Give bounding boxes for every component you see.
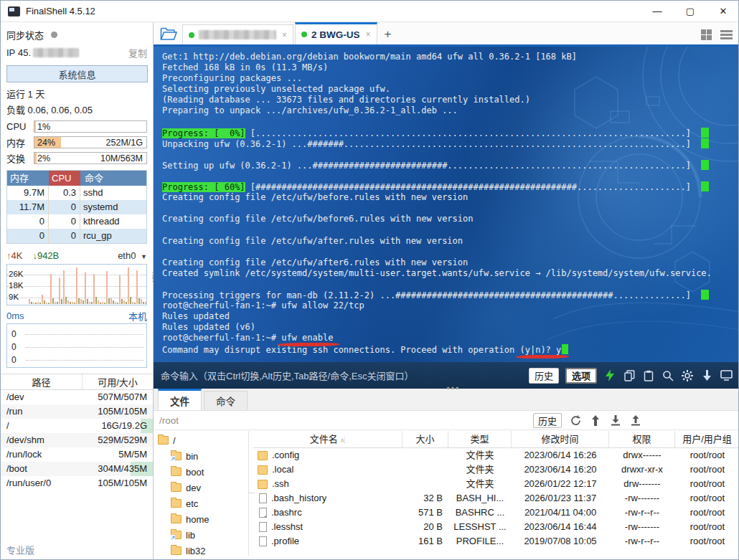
close-icon[interactable]: × — [366, 29, 371, 39]
tab-files[interactable]: 文件 — [158, 389, 202, 410]
mount-table-header[interactable]: 路径 可用/大小 — [1, 374, 153, 390]
copy-icon[interactable] — [623, 369, 636, 382]
session-tab-1[interactable]: × — [182, 24, 293, 44]
sort-asc-icon: ∧ — [340, 437, 346, 444]
file-table-header[interactable]: 文件名∧大小类型修改时间权限用户/用户组 — [253, 431, 739, 448]
file-row[interactable]: .bashrc571 BBASHRC ...2021/04/11 04:00-r… — [253, 506, 739, 520]
close-button[interactable]: ✕ — [707, 1, 739, 22]
file-type: BASHRC ... — [448, 506, 512, 520]
interface-selector[interactable]: eth0 ▼ — [118, 250, 147, 261]
terminal-text: Fetched 168 kB in 0s (11.3 MB/s) — [162, 62, 328, 72]
mount-row[interactable]: /dev/shm529M/529M — [1, 433, 153, 447]
download-bar — [74, 303, 75, 304]
process-row[interactable]: 9.7M0.3sshd — [7, 186, 146, 200]
terminal-text: Rules updated — [162, 311, 230, 321]
tab-commands[interactable]: 命令 — [204, 391, 248, 410]
options-button[interactable]: 选项 — [565, 368, 597, 384]
paste-icon[interactable] — [642, 369, 655, 382]
file-icon — [259, 493, 267, 503]
file-row[interactable]: .profile161 BPROFILE...2019/07/08 10:05-… — [253, 534, 739, 549]
file-row[interactable]: .lesshst20 BLESSHST ...2023/06/14 16:44-… — [253, 520, 739, 534]
file-mtime: 2023/06/14 16:26 — [512, 448, 609, 462]
tree-item-home[interactable]: home — [154, 511, 248, 527]
file-row[interactable]: .local文件夹2023/06/14 16:20drwxr-xr-xroot/… — [253, 462, 739, 477]
mount-path: / — [1, 419, 83, 433]
file-row[interactable]: .config文件夹2023/06/14 16:26drwx------root… — [253, 448, 739, 462]
sidebar-splitter[interactable]: ⋮⋮ — [149, 273, 156, 280]
layout-grid-icon[interactable] — [701, 29, 712, 40]
meter-detail: 10M/563M — [100, 153, 143, 164]
file-row[interactable]: .ssh文件夹2026/01/22 12:17drw-------root/ro… — [253, 477, 739, 491]
terminal-text: Rules updated (v6) — [162, 322, 255, 332]
upload-bar — [76, 267, 77, 304]
hamburger-menu-icon[interactable] — [720, 30, 733, 39]
upload-bar — [93, 274, 95, 304]
up-directory-icon[interactable] — [589, 414, 602, 427]
file-row[interactable]: .bash_history32 BBASH_HI...2026/01/23 11… — [253, 491, 739, 506]
upload-icon[interactable] — [629, 414, 642, 427]
tree-item-bin[interactable]: bin — [154, 448, 248, 464]
tree-table-splitter[interactable]: ⋮ — [248, 431, 253, 556]
open-connection-button[interactable] — [158, 24, 179, 44]
mount-size: 16G/19.2G — [83, 419, 153, 433]
upload-bar — [37, 302, 39, 304]
download-icon[interactable] — [609, 414, 622, 427]
tree-item-root[interactable]: / — [154, 432, 248, 448]
file-history-button[interactable]: 历史 — [533, 413, 562, 428]
upload-bar — [89, 302, 90, 304]
panel-splitter-handle[interactable]: ••• — [447, 387, 461, 390]
download-bar — [78, 298, 80, 304]
mount-row[interactable]: /run/lock5M/5M — [1, 447, 153, 462]
lightning-icon[interactable] — [603, 369, 616, 382]
traffic-bar — [128, 265, 131, 304]
tree-item-dev[interactable]: dev — [154, 480, 248, 495]
tree-item-boot[interactable]: boot — [154, 464, 248, 480]
download-arrow-icon[interactable] — [700, 369, 713, 382]
process-table-rows: 9.7M0.3sshd11.7M0systemd00kthreadd00rcu_… — [7, 186, 146, 243]
process-row[interactable]: 11.7M0systemd — [7, 200, 146, 214]
current-path[interactable]: /root — [159, 415, 179, 426]
tree-item-etc[interactable]: etc — [154, 495, 248, 511]
minimize-button[interactable]: — — [641, 1, 674, 22]
monitor-icon[interactable] — [720, 369, 733, 382]
mount-row[interactable]: /boot304M/435M — [1, 462, 153, 476]
file-mtime: 2019/07/08 10:05 — [512, 534, 609, 549]
network-chart: 26K 18K 9K — [6, 264, 147, 305]
terminal-text: Creating config file /etc/ufw/before.rul… — [162, 192, 468, 202]
copy-ip-link[interactable]: 复制 — [128, 46, 147, 60]
net-ytick: 9K — [9, 293, 19, 301]
tree-item-lib[interactable]: lib — [154, 527, 248, 543]
tree-item-label: / — [173, 435, 176, 446]
ping-ytick: 0 — [11, 342, 17, 352]
mount-row[interactable]: /run/user/0105M/105M — [1, 476, 153, 490]
process-row[interactable]: 00kthreadd — [7, 214, 146, 229]
new-tab-button[interactable]: + — [379, 25, 397, 44]
mount-row[interactable]: /16G/19.2G — [1, 419, 153, 433]
command-input-bar[interactable]: 命令输入（双击Ctrl切换,Alt历史,Tab路径/命令,Esc关闭窗口） 历史… — [154, 362, 739, 389]
terminal-text: Unpacking ufw (0.36.2-1) ...#######.....… — [162, 139, 691, 149]
session-tab-2-label: 2 BWG-US — [311, 29, 360, 40]
tree-item-lib32[interactable]: lib32 — [154, 543, 248, 556]
terminal-text: Get:1 http://deb.debian.org/debian bookw… — [162, 52, 577, 62]
refresh-icon[interactable] — [569, 414, 582, 427]
search-icon[interactable] — [662, 369, 674, 382]
file-name-cell: .local — [253, 462, 403, 477]
mount-row[interactable]: /run105M/105M — [1, 404, 153, 419]
meter-fill — [34, 121, 36, 132]
system-info-button[interactable]: 系统信息 — [6, 65, 148, 82]
process-table-header[interactable]: 内存CPU命令 — [7, 171, 146, 186]
ping-target[interactable]: 本机 — [128, 309, 147, 323]
path-bar: /root 历史 — [154, 411, 739, 430]
tree-item-label: lib32 — [186, 546, 205, 556]
mount-row[interactable]: /dev507M/507M — [1, 390, 153, 404]
process-row[interactable]: 00rcu_gp — [7, 229, 146, 243]
maximize-button[interactable]: ▢ — [674, 1, 707, 22]
terminal[interactable]: Get:1 http://deb.debian.org/debian bookw… — [154, 47, 739, 362]
close-icon[interactable]: × — [282, 30, 287, 40]
terminal-text: Progress: [ 60%] — [162, 182, 245, 192]
terminal-text: Creating config file /etc/ufw/after.rule… — [162, 236, 463, 246]
session-tab-2-active[interactable]: 2 BWG-US × — [295, 22, 377, 44]
gear-icon[interactable] — [681, 369, 694, 382]
file-owner: root/root — [675, 448, 739, 462]
history-button[interactable]: 历史 — [529, 368, 559, 384]
